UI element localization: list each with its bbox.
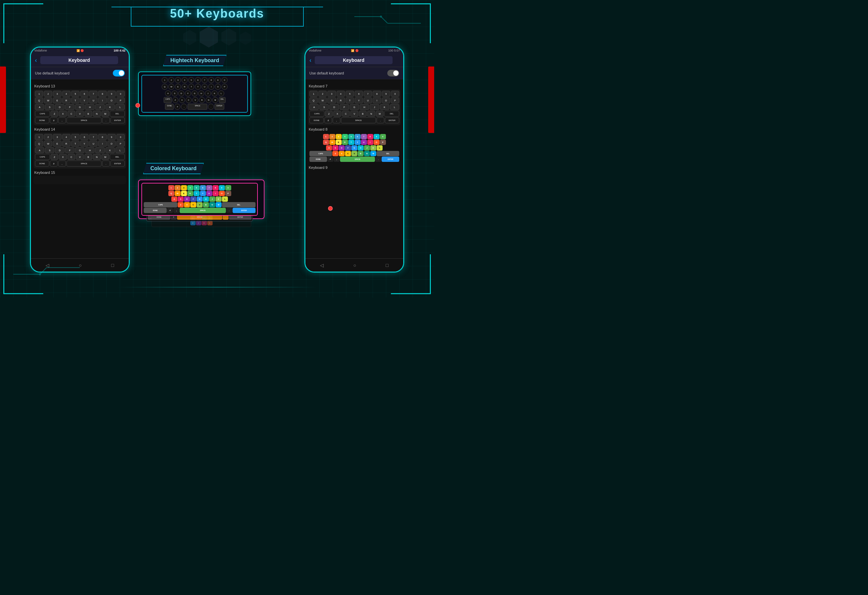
key-w[interactable]: W [44, 97, 52, 103]
key-t[interactable]: T [71, 97, 80, 103]
key-b[interactable]: B [84, 111, 92, 117]
phone-content-left: Keyboard 13 1234567890 QWERTYUIOP ASDFGH… [31, 80, 129, 188]
caps-key[interactable]: CAPS [35, 111, 50, 117]
key-i[interactable]: I [98, 97, 106, 103]
key-1[interactable]: 1 [35, 91, 43, 97]
circuit-decoration-bottom-left [13, 261, 80, 287]
keyboard-13[interactable]: 1234567890 QWERTYUIOP ASDFGHJKL CAPS ZXC… [34, 90, 126, 125]
nav-home-icon-r[interactable]: ○ [353, 262, 356, 268]
status-bar-left: Vodafone 📶 🔴 100 4:42 [31, 47, 129, 53]
back-button-right[interactable]: ‹ [309, 57, 311, 64]
nav-apps-icon[interactable]: □ [111, 262, 114, 268]
key-7[interactable]: 7 [89, 91, 97, 97]
caps-key-14[interactable]: CAPS [35, 154, 50, 160]
del-key[interactable]: DEL [110, 111, 125, 117]
toggle-label-left: Use default keyboard [35, 71, 69, 75]
dot-key[interactable]: . [102, 117, 110, 123]
nav-apps-icon-r[interactable]: □ [385, 262, 388, 268]
keyboard-7[interactable]: 1234567890 QWERTYUIOP ASDFGHJKL CAPS ZXC… [308, 90, 400, 125]
key-h[interactable]: H [85, 104, 94, 110]
done-key[interactable]: DONE [35, 117, 49, 123]
circuit-decoration-top-right [354, 10, 421, 43]
kb-label-14: Keyboard 14 [34, 127, 126, 131]
carrier-right: Vodafone [309, 49, 321, 52]
key-a[interactable]: A [35, 104, 44, 110]
keyboard-8[interactable]: 1 2 3 4 5 6 7 8 9 0 Q W E R T Y U I O [308, 133, 400, 163]
nav-back-icon-r[interactable]: ◁ [320, 262, 324, 268]
key-u[interactable]: U [89, 97, 97, 103]
phone-content-right: Keyboard 7 1234567890 QWERTYUIOP ASDFGHJ… [306, 80, 403, 174]
key-x[interactable]: X [59, 111, 66, 117]
key-d[interactable]: D [55, 104, 64, 110]
key-9[interactable]: 9 [108, 91, 116, 97]
key-l[interactable]: L [115, 104, 125, 110]
svg-point-3 [380, 16, 382, 18]
key-q[interactable]: Q [35, 97, 43, 103]
red-accent-right [428, 66, 434, 133]
status-bar-right: Vodafone 📶 🔴 100 5:07 [306, 47, 403, 53]
kb-label-8: Keyboard 8 [309, 127, 400, 131]
caps-ht[interactable]: CAPS [164, 97, 172, 103]
key-o[interactable]: O [108, 97, 116, 103]
phone-left: Vodafone 📶 🔴 100 4:42 ‹ Keyboard Use def… [30, 47, 130, 272]
nav-bar-right: ◁ ○ □ [306, 258, 403, 272]
key-5[interactable]: 5 [71, 91, 80, 97]
time-left: 100 4:42 [114, 49, 125, 52]
red-accent-left [0, 66, 6, 133]
caps-key-8[interactable]: CAPS [309, 151, 332, 156]
svg-point-7 [39, 273, 41, 275]
key-s[interactable]: S [45, 104, 54, 110]
keyboard-title-right: Keyboard [315, 56, 393, 64]
key-r[interactable]: R [62, 97, 71, 103]
keyboard-14[interactable]: 1234567890 QWERTYUIOP ASDFGHJKL CAPS ZXC… [34, 133, 126, 168]
key-8[interactable]: 8 [98, 91, 106, 97]
hightech-banner: Hightech Keyboard [163, 55, 227, 66]
comma-key[interactable]: , [58, 117, 66, 123]
bottom-bar [117, 287, 317, 287]
float-hightech-keyboard[interactable]: 1234567890 QWERTYUIOP 1234567890 QWEI 12… [138, 71, 251, 116]
default-keyboard-toggle-right[interactable] [387, 70, 399, 77]
key-c[interactable]: C [68, 111, 75, 117]
colored-banner: Colored Keyboard [143, 163, 204, 174]
kb-label-15: Keyboard 15 [34, 171, 126, 175]
key-y[interactable]: Y [80, 97, 89, 103]
toggle-label-right: Use default keyboard [309, 71, 344, 75]
svg-line-1 [381, 17, 388, 23]
key-2[interactable]: 2 [44, 91, 52, 97]
key-0[interactable]: 0 [117, 91, 125, 97]
key-j[interactable]: J [95, 104, 105, 110]
svg-line-5 [40, 268, 47, 274]
caps-col-front[interactable]: CAPS [144, 202, 177, 208]
kb-label-9: Keyboard 9 [309, 165, 400, 169]
space-key[interactable]: SPACE [66, 117, 102, 123]
keyboard-15[interactable] [34, 176, 126, 184]
key-g[interactable]: G [75, 104, 84, 110]
kb-label-13: Keyboard 13 [34, 84, 126, 88]
hex-decorations [183, 27, 251, 47]
float-colored-keyboard[interactable]: 7 8 9 0 U I O P H J K L 1234567890 [138, 180, 264, 219]
caps-key-7[interactable]: CAPS [309, 111, 324, 117]
key-6[interactable]: 6 [80, 91, 89, 97]
key-n[interactable]: N [93, 111, 100, 117]
connector-dot-2 [328, 206, 333, 211]
key-m[interactable]: M [102, 111, 109, 117]
connector-dot-1 [136, 103, 140, 108]
key-e[interactable]: E [53, 97, 61, 103]
key-k[interactable]: K [105, 104, 115, 110]
hash-key[interactable]: # [50, 117, 58, 123]
keyboard-title-left: Keyboard [40, 56, 118, 64]
key-p[interactable]: P [117, 97, 125, 103]
carrier-left: Vodafone [34, 49, 47, 52]
key-f[interactable]: F [65, 104, 75, 110]
main-title: 50+ Keyboards [170, 7, 264, 21]
back-button-left[interactable]: ‹ [35, 57, 37, 64]
default-keyboard-toggle-left[interactable] [113, 70, 125, 77]
key-4[interactable]: 4 [62, 91, 71, 97]
enter-key[interactable]: ENTER [111, 117, 125, 123]
kb-label-7: Keyboard 7 [309, 84, 400, 88]
key-z[interactable]: Z [50, 111, 58, 117]
phone-header-left: ‹ Keyboard [31, 53, 129, 67]
key-3[interactable]: 3 [53, 91, 61, 97]
time-right: 100 5:07 [388, 49, 400, 52]
key-v[interactable]: V [76, 111, 84, 117]
